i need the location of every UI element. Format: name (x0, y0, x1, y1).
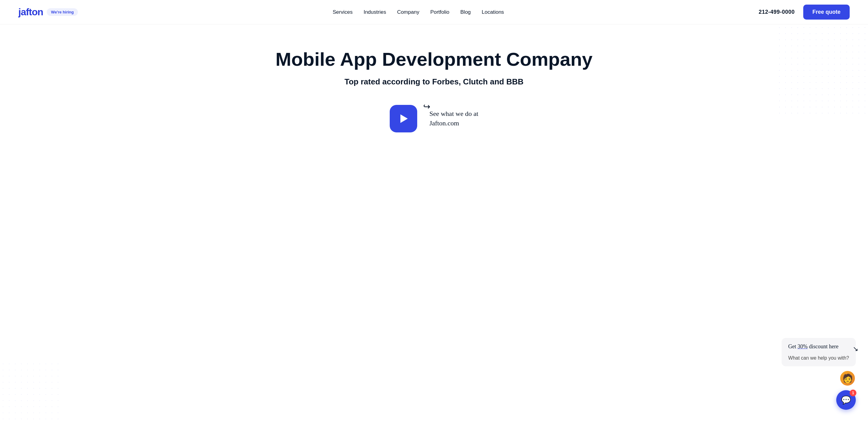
chat-icon: 💬 (841, 395, 851, 405)
hero-title: Mobile App Development Company (276, 49, 592, 70)
play-icon (400, 114, 408, 123)
phone-number[interactable]: 212-499-0000 (759, 9, 795, 15)
chat-help-text: What can we help you with? (788, 355, 849, 361)
header-left: jafton We're hiring (18, 6, 78, 18)
main-nav: Services Industries Company Portfolio Bl… (333, 9, 504, 15)
bg-dots-right (776, 25, 868, 116)
chat-badge: 1 (850, 390, 857, 396)
site-logo[interactable]: jafton (18, 6, 43, 18)
chat-widget: Get 30% discount here ↘ What can we help… (781, 338, 856, 410)
discount-text: Get 30% discount here (788, 343, 838, 350)
nav-company[interactable]: Company (397, 9, 419, 15)
avatar-image: 🧑 (842, 373, 853, 384)
nav-locations[interactable]: Locations (482, 9, 504, 15)
video-annotation: ↩ See what we do atJafton.com (429, 109, 478, 128)
nav-blog[interactable]: Blog (460, 9, 471, 15)
free-quote-button[interactable]: Free quote (803, 5, 850, 20)
site-header: jafton We're hiring Services Industries … (0, 0, 868, 25)
nav-services[interactable]: Services (333, 9, 352, 15)
avatar: 🧑 (839, 370, 856, 387)
hiring-badge[interactable]: We're hiring (47, 8, 78, 16)
arrow-left-icon: ↩ (423, 101, 430, 113)
chat-bubble: Get 30% discount here ↘ What can we help… (781, 338, 856, 366)
play-button[interactable] (390, 105, 417, 133)
hero-subtitle: Top rated according to Forbes, Clutch an… (344, 77, 524, 87)
chat-avatar-row: 🧑 (839, 370, 856, 387)
main-content: Mobile App Development Company Top rated… (0, 25, 868, 422)
bg-dots-left (0, 361, 61, 422)
chat-open-button[interactable]: 💬 1 (836, 390, 856, 410)
nav-portfolio[interactable]: Portfolio (430, 9, 449, 15)
nav-industries[interactable]: Industries (364, 9, 386, 15)
arrow-right-icon: ↘ (853, 345, 858, 353)
header-right: 212-499-0000 Free quote (759, 5, 850, 20)
video-section: ↩ See what we do atJafton.com (390, 105, 478, 133)
